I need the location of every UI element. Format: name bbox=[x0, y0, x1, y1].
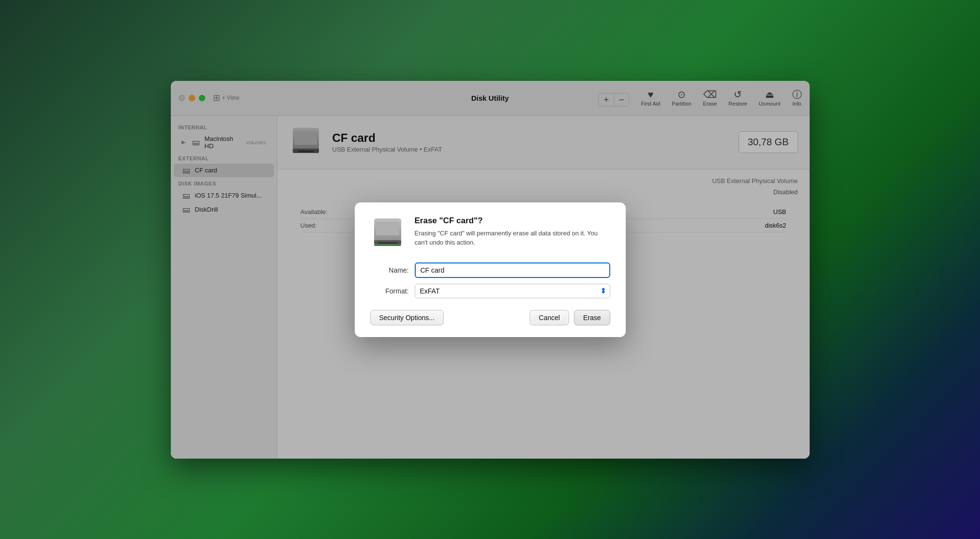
modal-title: Erase "CF card"? bbox=[415, 216, 610, 226]
disk-utility-window: ⊞ ▾ View Disk Utility + − ♥ First Aid ⊙ … bbox=[171, 81, 810, 459]
name-input[interactable] bbox=[415, 262, 610, 278]
name-field-label: Name: bbox=[370, 266, 409, 274]
name-field-row: Name: bbox=[370, 262, 610, 278]
format-field-row: Format: ExFAT Mac OS Extended (Journaled… bbox=[370, 284, 610, 298]
modal-disk-icon bbox=[370, 216, 405, 251]
erase-dialog: Erase "CF card"? Erasing "CF card" will … bbox=[355, 202, 626, 337]
modal-overlay: Erase "CF card"? Erasing "CF card" will … bbox=[171, 81, 810, 459]
modal-description: Erasing "CF card" will permanently erase… bbox=[415, 229, 610, 247]
modal-text: Erase "CF card"? Erasing "CF card" will … bbox=[415, 216, 610, 247]
svg-rect-7 bbox=[378, 242, 397, 244]
format-field-label: Format: bbox=[370, 287, 409, 295]
cancel-button[interactable]: Cancel bbox=[529, 310, 569, 325]
modal-fields: Name: Format: ExFAT Mac OS Extended (Jou… bbox=[370, 262, 610, 298]
format-select[interactable]: ExFAT Mac OS Extended (Journaled) APFS M… bbox=[415, 284, 610, 298]
security-options-button[interactable]: Security Options... bbox=[370, 310, 444, 325]
svg-rect-9 bbox=[374, 244, 401, 246]
modal-header: Erase "CF card"? Erasing "CF card" will … bbox=[370, 216, 610, 251]
format-select-wrapper: ExFAT Mac OS Extended (Journaled) APFS M… bbox=[415, 284, 610, 298]
svg-rect-8 bbox=[376, 222, 399, 235]
erase-button[interactable]: Erase bbox=[574, 310, 610, 325]
modal-actions: Security Options... Cancel Erase bbox=[370, 310, 610, 325]
modal-btns-right: Cancel Erase bbox=[529, 310, 610, 325]
